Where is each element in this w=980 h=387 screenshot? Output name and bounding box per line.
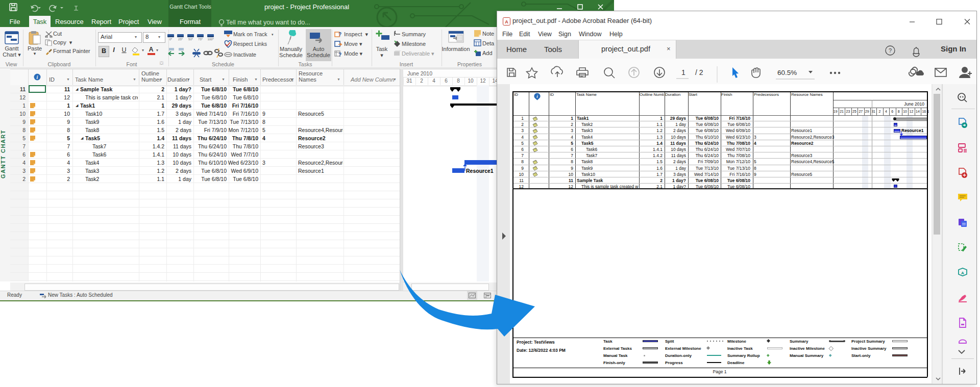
svg-text:/ 2: / 2 <box>695 68 703 76</box>
svg-text:60.5%: 60.5% <box>777 69 797 76</box>
svg-text:?: ? <box>338 52 341 57</box>
svg-text:1: 1 <box>681 68 685 76</box>
svg-text:A: A <box>505 19 508 24</box>
svg-text:A: A <box>961 271 964 275</box>
svg-text:?: ? <box>338 32 341 37</box>
svg-text:?: ? <box>889 47 892 54</box>
svg-text:i: i <box>37 74 38 80</box>
